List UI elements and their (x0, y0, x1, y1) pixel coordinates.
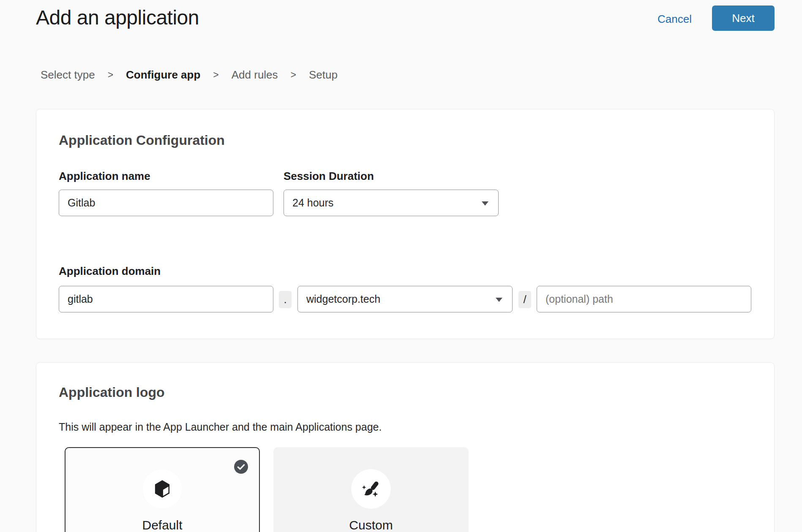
application-logo-heading: Application logo (59, 385, 165, 400)
logo-option-label: Custom (274, 518, 468, 532)
session-duration-label: Session Duration (284, 170, 374, 183)
logo-option-tiles: Default Custom (65, 447, 469, 532)
custom-logo-circle (351, 469, 391, 509)
breadcrumb-step-select-type[interactable]: Select type (41, 68, 95, 81)
subdomain-input[interactable] (59, 286, 273, 312)
breadcrumb-step-add-rules[interactable]: Add rules (232, 68, 278, 81)
application-domain-label: Application domain (59, 265, 161, 278)
application-name-label: Application name (59, 170, 150, 183)
domain-select[interactable]: widgetcorp.tech (297, 286, 513, 312)
application-configuration-heading: Application Configuration (59, 133, 225, 148)
cube-icon (151, 478, 173, 500)
slash-separator-badge: / (518, 291, 531, 308)
logo-option-default[interactable]: Default (65, 447, 260, 532)
breadcrumb-step-setup[interactable]: Setup (309, 68, 338, 81)
chevron-down-icon (481, 201, 489, 206)
application-configuration-card: Application Configuration Application na… (36, 109, 775, 339)
application-logo-description: This will appear in the App Launcher and… (59, 421, 382, 433)
logo-option-label: Default (65, 518, 259, 532)
default-logo-circle (142, 469, 182, 509)
breadcrumb-separator: > (291, 69, 296, 81)
breadcrumb-separator: > (213, 69, 218, 81)
cancel-button[interactable]: Cancel (657, 13, 692, 26)
breadcrumb-separator: > (108, 69, 113, 81)
application-name-input[interactable] (59, 190, 273, 216)
session-duration-value: 24 hours (292, 197, 333, 209)
breadcrumb-step-configure-app[interactable]: Configure app (126, 68, 200, 81)
chevron-down-icon (495, 297, 503, 302)
next-button[interactable]: Next (712, 5, 775, 31)
page-title: Add an application (36, 6, 199, 29)
domain-select-value: widgetcorp.tech (306, 293, 380, 305)
breadcrumb: Select type > Configure app > Add rules … (41, 68, 338, 81)
paintbrush-icon (360, 478, 382, 500)
session-duration-select[interactable]: 24 hours (284, 190, 499, 216)
add-application-page: Add an application Cancel Next Select ty… (0, 0, 802, 532)
logo-option-custom[interactable]: Custom (273, 447, 469, 532)
path-input[interactable] (537, 286, 751, 312)
application-logo-card: Application logo This will appear in the… (36, 362, 775, 532)
check-circle-icon (234, 460, 248, 474)
dot-separator-badge: . (279, 291, 292, 308)
